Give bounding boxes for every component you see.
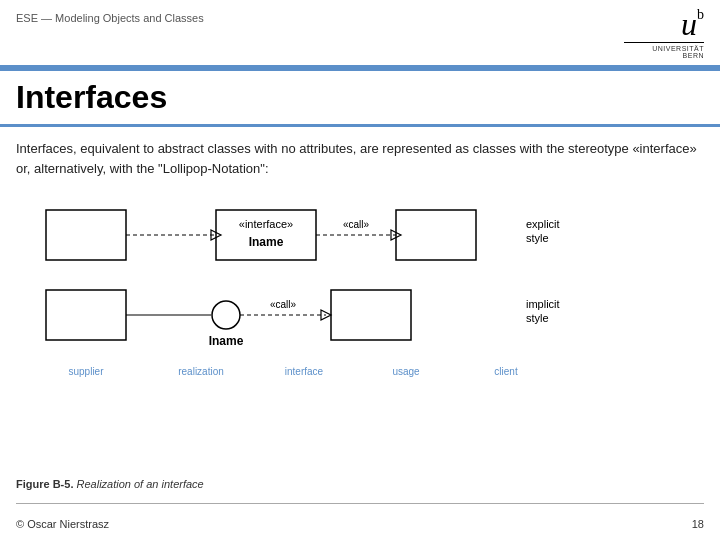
course-title: ESE — Modeling Objects and Classes [16,12,204,24]
svg-text:«call»: «call» [343,219,370,230]
logo-u: u [681,8,697,40]
svg-text:explicit: explicit [526,218,560,230]
svg-text:«call»: «call» [270,299,297,310]
svg-text:interface: interface [285,366,324,377]
page-title: Interfaces [0,71,720,120]
svg-rect-12 [46,290,126,340]
figure-text: Realization of an interface [77,478,204,490]
logo-university: UNIVERSITÄTBERN [652,45,704,59]
footer-line [16,503,704,504]
svg-text:style: style [526,232,549,244]
svg-text:style: style [526,312,549,324]
svg-text:client: client [494,366,518,377]
footer: © Oscar Nierstrasz 18 [16,518,704,530]
svg-rect-0 [46,210,126,260]
svg-rect-9 [396,210,476,260]
course-title-area: ESE — Modeling Objects and Classes [16,8,204,24]
svg-text:Iname: Iname [209,334,244,348]
svg-text:usage: usage [392,366,420,377]
copyright: © Oscar Nierstrasz [16,518,109,530]
diagram-svg: «interface» Iname «call» explicit style … [16,190,704,410]
figure-label: Figure B-5. [16,478,73,490]
svg-rect-19 [331,290,411,340]
svg-point-14 [212,301,240,329]
logo-b: b [697,8,704,22]
logo-line [624,42,704,43]
svg-text:implicit: implicit [526,298,560,310]
figure-caption: Figure B-5. Realization of an interface [16,478,204,490]
header: ESE — Modeling Objects and Classes u b U… [0,0,720,59]
main-content: Interfaces, equivalent to abstract class… [0,131,720,418]
subtitle-blue-bar [0,124,720,127]
svg-text:«interface»: «interface» [239,218,293,230]
diagram: «interface» Iname «call» explicit style … [16,190,704,410]
svg-text:supplier: supplier [68,366,104,377]
svg-text:Iname: Iname [249,235,284,249]
description: Interfaces, equivalent to abstract class… [16,139,704,178]
svg-text:realization: realization [178,366,224,377]
page-number: 18 [692,518,704,530]
logo-area: u b UNIVERSITÄTBERN [624,8,704,59]
